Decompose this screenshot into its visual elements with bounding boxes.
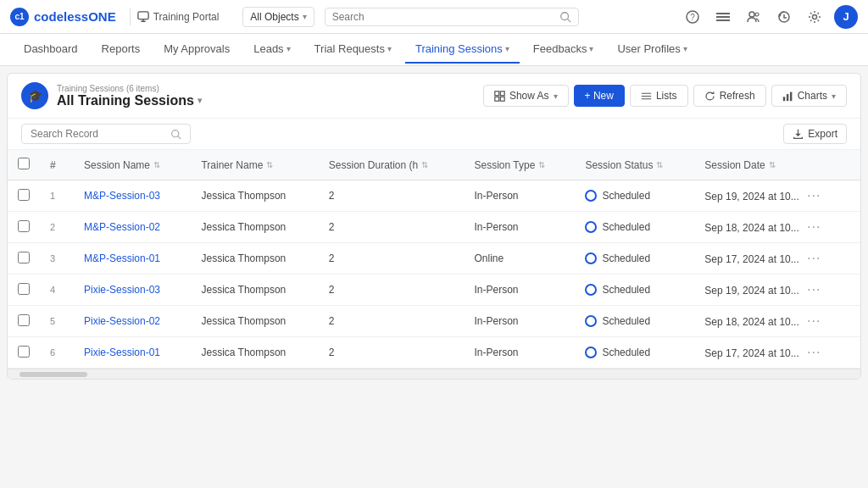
row-checkbox[interactable] <box>18 283 30 295</box>
col-session-type[interactable]: Session Type ⇅ <box>465 150 576 180</box>
row-session-duration: 2 <box>319 306 465 337</box>
trial-chevron-icon: ▾ <box>387 44 392 53</box>
portal-label: Training Portal <box>153 11 220 23</box>
status-circle-icon <box>585 315 597 327</box>
show-as-button[interactable]: Show As ▾ <box>483 85 569 107</box>
charts-button[interactable]: Charts ▾ <box>771 85 847 107</box>
col-session-status[interactable]: Session Status ⇅ <box>575 150 694 180</box>
row-checkbox-cell[interactable] <box>8 274 40 306</box>
nav-trial-requests[interactable]: Trial Requests ▾ <box>304 36 402 64</box>
row-checkbox[interactable] <box>18 189 30 201</box>
nav-leads[interactable]: Leads ▾ <box>243 36 300 64</box>
search-icon <box>559 11 571 23</box>
refresh-button[interactable]: Refresh <box>693 85 766 107</box>
row-session-name[interactable]: M&P-Session-02 <box>74 212 191 243</box>
row-actions-button[interactable]: ··· <box>807 313 821 328</box>
row-num: 6 <box>40 337 74 369</box>
row-actions-button[interactable]: ··· <box>807 219 821 234</box>
row-checkbox-cell[interactable] <box>8 243 40 274</box>
help-icon[interactable]: ? <box>682 6 704 28</box>
row-session-name[interactable]: Pixie-Session-03 <box>74 274 191 306</box>
session-name-link[interactable]: M&P-Session-02 <box>84 221 160 233</box>
portal-icon <box>137 11 149 23</box>
row-checkbox[interactable] <box>18 346 30 358</box>
search-input[interactable] <box>332 11 554 23</box>
col-num: # <box>40 150 74 180</box>
export-button[interactable]: Export <box>783 124 847 144</box>
svg-rect-7 <box>716 19 730 21</box>
date-sort-icon[interactable]: ⇅ <box>769 160 776 169</box>
lists-button[interactable]: Lists <box>630 85 688 107</box>
page-subtitle: Training Sessions (6 items) <box>57 84 202 93</box>
col-session-name[interactable]: Session Name ⇅ <box>74 150 191 180</box>
svg-rect-6 <box>716 16 730 18</box>
row-session-status: Scheduled <box>575 337 694 369</box>
global-search[interactable] <box>325 8 579 26</box>
bottom-scrollbar[interactable] <box>8 369 860 379</box>
row-actions-button[interactable]: ··· <box>807 251 821 265</box>
session-name-link[interactable]: M&P-Session-01 <box>84 252 160 264</box>
row-actions-button[interactable]: ··· <box>807 282 821 297</box>
row-session-status: Scheduled <box>575 180 694 212</box>
row-checkbox[interactable] <box>18 314 30 326</box>
user-avatar[interactable]: J <box>834 5 858 29</box>
row-checkbox[interactable] <box>18 252 30 263</box>
export-label: Export <box>808 128 837 140</box>
menu-icon[interactable] <box>712 6 734 28</box>
nav-dashboard[interactable]: Dashboard <box>14 36 88 64</box>
trainer-name-sort-icon[interactable]: ⇅ <box>266 160 273 169</box>
row-session-name[interactable]: Pixie-Session-01 <box>74 337 191 369</box>
select-all-header[interactable] <box>8 150 40 180</box>
row-session-name[interactable]: M&P-Session-03 <box>74 180 191 212</box>
session-name-link[interactable]: Pixie-Session-02 <box>84 315 160 327</box>
app-logo[interactable]: c1 codelessONE <box>10 8 116 26</box>
col-trainer-name[interactable]: Trainer Name ⇅ <box>191 150 318 180</box>
svg-point-12 <box>813 14 817 19</box>
session-name-link[interactable]: Pixie-Session-01 <box>84 347 160 358</box>
row-session-name[interactable]: M&P-Session-01 <box>74 243 191 274</box>
status-sort-icon[interactable]: ⇅ <box>656 160 663 169</box>
row-checkbox-cell[interactable] <box>8 337 40 369</box>
row-num: 5 <box>40 306 74 337</box>
row-checkbox[interactable] <box>18 220 30 232</box>
row-num: 2 <box>40 212 74 243</box>
history-icon[interactable] <box>773 6 795 28</box>
col-session-duration[interactable]: Session Duration (h ⇅ <box>319 150 465 180</box>
refresh-label: Refresh <box>720 90 755 102</box>
row-checkbox-cell[interactable] <box>8 180 40 212</box>
feedbacks-chevron-icon: ▾ <box>589 44 593 53</box>
nav-training-sessions[interactable]: Training Sessions ▾ <box>405 36 520 64</box>
duration-sort-icon[interactable]: ⇅ <box>421 160 428 169</box>
session-name-sort-icon[interactable]: ⇅ <box>153 160 160 169</box>
row-checkbox-cell[interactable] <box>8 212 40 243</box>
session-name-link[interactable]: M&P-Session-03 <box>84 190 160 202</box>
nav-my-approvals[interactable]: My Approvals <box>153 36 240 64</box>
nav-user-profiles[interactable]: User Profiles ▾ <box>607 36 697 64</box>
settings-icon[interactable] <box>804 6 826 28</box>
svg-point-24 <box>172 130 179 136</box>
status-text: Scheduled <box>602 252 650 264</box>
nav-reports[interactable]: Reports <box>92 36 151 64</box>
row-actions-button[interactable]: ··· <box>807 345 821 359</box>
new-button[interactable]: + New <box>574 85 625 107</box>
data-table-wrapper: # Session Name ⇅ Trainer Name ⇅ <box>8 150 860 369</box>
table-row: 6 Pixie-Session-01 Jessica Thompson 2 In… <box>8 337 860 369</box>
page-title-chevron-icon[interactable]: ▾ <box>198 96 202 105</box>
select-all-checkbox[interactable] <box>18 158 30 169</box>
row-checkbox-cell[interactable] <box>8 306 40 337</box>
session-name-link[interactable]: Pixie-Session-03 <box>84 284 160 296</box>
show-as-label: Show As <box>509 90 549 102</box>
scroll-thumb[interactable] <box>19 372 87 377</box>
type-sort-icon[interactable]: ⇅ <box>538 160 545 169</box>
search-record-wrapper[interactable] <box>21 124 191 144</box>
col-session-date[interactable]: Session Date ⇅ <box>694 150 860 180</box>
status-text: Scheduled <box>602 347 650 358</box>
all-objects-select[interactable]: All Objects ▾ <box>242 7 314 27</box>
nav-feedbacks[interactable]: Feedbacks ▾ <box>523 36 604 64</box>
search-record-input[interactable] <box>31 128 165 140</box>
row-actions-button[interactable]: ··· <box>807 188 821 202</box>
svg-point-8 <box>749 12 754 17</box>
users-icon[interactable] <box>743 6 765 28</box>
search-row: Export <box>8 119 860 150</box>
row-session-name[interactable]: Pixie-Session-02 <box>74 306 191 337</box>
